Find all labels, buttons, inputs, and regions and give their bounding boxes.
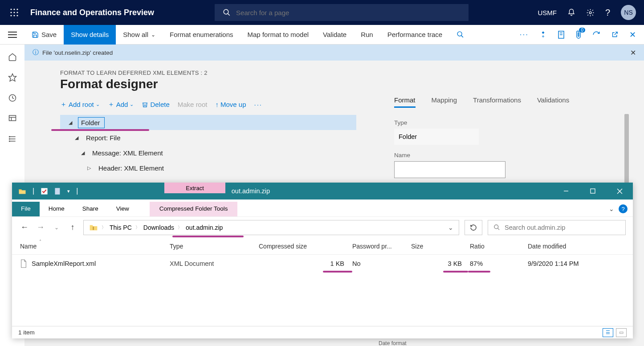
caret-down-icon[interactable]: ◢ [79,150,87,156]
make-root-button: Make root [178,101,208,108]
delete-button[interactable]: Delete [142,101,169,108]
diamond-icon[interactable] [539,31,547,38]
col-name[interactable]: Name˄ [20,243,170,250]
star-icon[interactable] [8,73,17,82]
tree-node-folder[interactable]: ◢ Folder [60,115,356,130]
performance-trace-button[interactable]: Performance trace [380,25,449,45]
breadcrumb-this-pc[interactable]: This PC [110,224,132,231]
folder-icon[interactable] [18,188,26,195]
modules-icon[interactable] [8,134,17,143]
svg-point-28 [9,136,10,137]
scrollbar-thumb[interactable] [624,114,629,185]
home-icon[interactable] [8,53,17,61]
nav-forward-icon[interactable]: → [35,223,46,232]
infobar-close-icon[interactable]: ✕ [630,49,636,57]
bell-icon[interactable] [567,8,575,16]
ribbon-tab-share[interactable]: Share [73,202,107,216]
caret-down-icon[interactable]: ◢ [66,120,74,126]
file-row[interactable]: SampleXmlReport.xml XML Document 1 KB No… [12,255,633,273]
file-compressed-size: 1 KB [330,260,344,267]
svg-point-11 [589,12,591,14]
tab-format[interactable]: Format [394,96,416,108]
avatar[interactable]: NS [621,5,636,20]
address-bar[interactable]: 〉 This PC 〉 Downloads 〉 out.admin.zip ⌄ [83,220,459,235]
tree-node-report[interactable]: ◢ Report: File [60,130,356,145]
add-button[interactable]: ＋ Add ⌄ [108,100,134,109]
hamburger-icon[interactable] [0,25,24,45]
info-icon: ⓘ [33,49,39,57]
add-root-button[interactable]: ＋ Add root ⌄ [60,100,100,109]
svg-point-15 [457,32,462,36]
ribbon-collapse-icon[interactable]: ⌄ [609,205,614,212]
show-all-button[interactable]: Show all ⌄ [116,25,163,45]
col-ratio[interactable]: Ratio [470,243,528,250]
attachment-icon[interactable]: 0 [575,30,582,39]
show-details-button[interactable]: Show details [64,25,116,45]
workspace-icon[interactable] [8,114,17,123]
address-dropdown-icon[interactable]: ⌄ [448,224,453,231]
caret-right-icon[interactable]: ▷ [85,165,93,171]
save-icon [32,31,39,38]
validate-button[interactable]: Validate [316,25,354,45]
checkbox-icon[interactable] [41,187,48,195]
col-size[interactable]: Size [411,243,470,250]
window-close-button[interactable] [606,183,633,199]
save-button[interactable]: Save [24,25,64,45]
nav-recent-icon[interactable]: ⌄ [51,224,62,231]
help-icon[interactable]: ? [605,8,610,18]
more-icon[interactable]: ··· [520,30,529,39]
window-title: out.admin.zip [232,187,270,195]
ribbon-tab-file[interactable]: File [12,202,40,216]
popout-icon[interactable] [611,31,619,38]
divider: | [76,187,78,195]
view-thumbnails-icon[interactable]: ▭ [616,328,627,337]
svg-line-16 [461,36,463,37]
explorer-search[interactable]: Search out.admin.zip [488,220,626,235]
sort-asc-icon: ˄ [39,239,41,244]
run-button[interactable]: Run [354,25,380,45]
recent-icon[interactable] [8,94,17,102]
ribbon-tab-compressed-tools[interactable]: Compressed Folder Tools [150,202,238,216]
col-password[interactable]: Password pr... [352,243,411,250]
ribbon-help-icon[interactable]: ? [619,204,628,213]
breadcrumb-zip[interactable]: out.admin.zip [186,224,223,231]
tab-validations[interactable]: Validations [537,96,569,108]
tab-mapping[interactable]: Mapping [432,96,457,108]
tree-node-header[interactable]: ▷ Header: XML Element [60,160,356,175]
breadcrumb-downloads[interactable]: Downloads [143,224,174,231]
tree-node-message[interactable]: ◢ Message: XML Element [60,145,356,160]
col-type[interactable]: Type [170,243,259,250]
refresh-icon[interactable] [592,31,600,39]
ribbon-tab-home[interactable]: Home [40,202,73,216]
qat-dropdown-icon[interactable]: ▾ [67,188,70,194]
gear-icon[interactable] [586,8,595,17]
maximize-button[interactable] [579,183,606,199]
office-icon[interactable] [558,31,565,39]
move-up-button[interactable]: ↑ Move up [215,101,246,108]
name-input[interactable] [394,161,505,178]
col-compressed-size[interactable]: Compressed size [259,243,352,250]
minimize-button[interactable] [553,183,579,199]
nav-up-icon[interactable]: ↑ [67,223,78,232]
page-icon[interactable] [54,187,61,195]
svg-point-6 [10,15,12,16]
file-size: 3 KB [448,260,462,267]
waffle-icon[interactable] [5,4,23,21]
global-search-input[interactable] [236,9,461,16]
refresh-button[interactable] [465,220,482,235]
format-enumerations-button[interactable]: Format enumerations [163,25,240,45]
app-title: Finance and Operations Preview [30,8,154,17]
map-format-button[interactable]: Map format to model [240,25,316,45]
search-tool-button[interactable] [449,25,471,45]
caret-down-icon[interactable]: ◢ [73,135,81,141]
extract-context-tab[interactable]: Extract [164,183,225,193]
tab-transformations[interactable]: Transformations [473,96,521,108]
entity-label[interactable]: USMF [538,9,557,16]
col-date[interactable]: Date modified [528,243,612,250]
close-icon[interactable]: ✕ [629,30,636,40]
tree-more-icon[interactable]: ··· [254,101,263,108]
view-details-icon[interactable]: ☰ [603,328,613,337]
ribbon-tab-view[interactable]: View [107,202,138,216]
nav-back-icon[interactable]: ← [19,223,30,232]
global-search[interactable] [215,4,469,21]
